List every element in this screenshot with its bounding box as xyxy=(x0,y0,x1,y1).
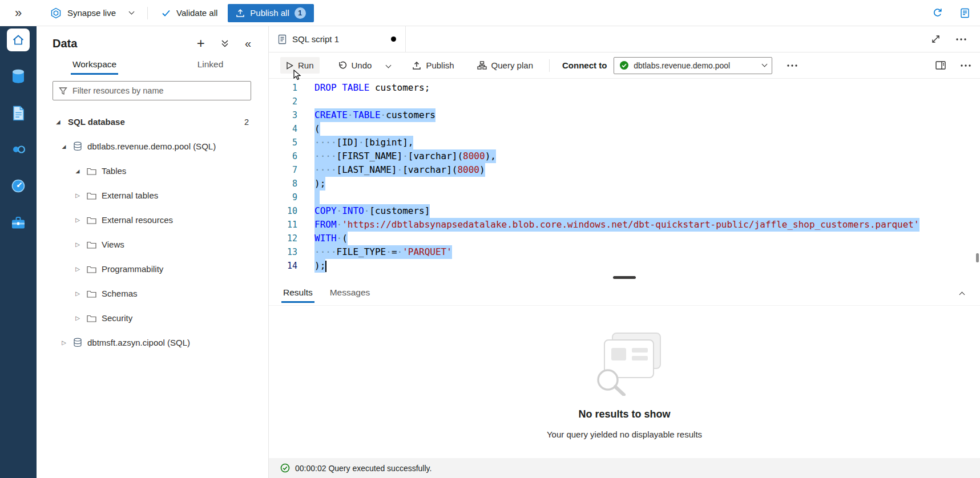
add-icon[interactable]: + xyxy=(197,37,205,50)
twisty-collapsed-icon[interactable]: ▷ xyxy=(59,339,68,346)
tab-sql-script-1[interactable]: SQL script 1 xyxy=(269,26,406,52)
editor-scrollbar[interactable] xyxy=(976,253,979,262)
twisty-collapsed-icon[interactable]: ▷ xyxy=(73,192,82,199)
success-check-icon xyxy=(280,463,290,473)
topbar-right-actions xyxy=(932,7,970,18)
line-number: 12 xyxy=(269,232,297,245)
tree-item[interactable]: ▷Programmability xyxy=(37,257,268,281)
tree-item-label: Views xyxy=(102,240,124,249)
splitter-handle[interactable] xyxy=(613,276,636,279)
tree-item[interactable]: ◢Tables xyxy=(37,159,268,183)
twisty-expanded-icon[interactable]: ◢ xyxy=(54,119,63,125)
filter-resources-input[interactable] xyxy=(72,86,245,95)
toolbar-more-icon[interactable] xyxy=(787,64,797,67)
query-plan-button[interactable]: Query plan xyxy=(471,57,539,74)
validate-all-button[interactable]: Validate all xyxy=(162,8,217,18)
twisty-collapsed-icon[interactable]: ▷ xyxy=(73,315,82,321)
tab-messages[interactable]: Messages xyxy=(321,279,379,305)
line-number: 8 xyxy=(269,177,297,191)
more-icon[interactable] xyxy=(956,38,966,40)
integrate-icon[interactable] xyxy=(7,138,30,161)
pool-select-dropdown[interactable]: dbtlabs.revenue.demo.pool xyxy=(614,57,772,74)
twisty-collapsed-icon[interactable]: ▷ xyxy=(73,266,82,272)
undo-dropdown-chevron-icon[interactable] xyxy=(383,56,394,75)
editor-tabbar: SQL script 1 xyxy=(269,26,980,52)
tab-workspace[interactable]: Workspace xyxy=(37,51,152,78)
code-line[interactable]: 12WITH·( xyxy=(269,232,980,245)
clipboard-icon[interactable] xyxy=(960,8,970,18)
publish-count-badge: 1 xyxy=(295,7,306,19)
editor-tab-title: SQL script 1 xyxy=(292,34,339,44)
code-line[interactable]: 13····FILE_TYPE·=·'PARQUET' xyxy=(269,245,980,259)
line-number: 3 xyxy=(269,108,297,122)
tree-item[interactable]: ▷dbtmsft.azsyn.cipool (SQL) xyxy=(37,330,268,355)
line-number: 6 xyxy=(269,149,297,163)
home-icon[interactable] xyxy=(7,29,30,51)
tree-item[interactable]: ◢SQL database2 xyxy=(37,110,268,134)
tree-item[interactable]: ▷Schemas xyxy=(37,281,268,306)
tree-item[interactable]: ▷Views xyxy=(37,232,268,257)
double-chevron-right-icon[interactable]: » xyxy=(0,7,37,19)
toolbar-right-actions xyxy=(935,61,980,70)
data-panel-header: Data + « xyxy=(37,26,268,50)
manage-icon[interactable] xyxy=(7,211,30,234)
undo-button[interactable]: Undo xyxy=(332,57,378,74)
code-line[interactable]: 2 xyxy=(269,95,980,108)
develop-icon[interactable] xyxy=(7,102,30,124)
publish-all-button[interactable]: Publish all 1 xyxy=(228,4,313,22)
tree-item[interactable]: ▷Security xyxy=(37,306,268,330)
tree-item[interactable]: ▷External resources xyxy=(37,208,268,232)
code-line[interactable]: 9 xyxy=(269,191,980,204)
code-editor[interactable]: 1DROP TABLE customers;23CREATE·TABLE·cus… xyxy=(269,79,980,275)
code-line[interactable]: 3CREATE·TABLE·customers xyxy=(269,108,980,122)
tree-item[interactable]: ◢dbtlabs.revenue.demo.pool (SQL) xyxy=(37,134,268,159)
tree-item-label: Tables xyxy=(102,166,126,176)
more-icon[interactable] xyxy=(961,64,971,67)
line-number: 4 xyxy=(269,122,297,136)
expand-all-icon[interactable] xyxy=(221,39,229,48)
validate-label: Validate all xyxy=(176,8,217,18)
top-command-bar: » Synapse live Validate all Publish all … xyxy=(0,0,980,26)
connect-to-label: Connect to xyxy=(562,60,607,70)
twisty-collapsed-icon[interactable]: ▷ xyxy=(73,290,82,297)
synapse-live-selector[interactable]: Synapse live xyxy=(50,7,134,19)
code-line[interactable]: 1DROP TABLE customers; xyxy=(269,81,980,95)
folder-icon xyxy=(87,314,96,322)
code-line[interactable]: 7····[LAST_NAME]·[varchar](8000) xyxy=(269,163,980,177)
code-line[interactable]: 14); xyxy=(269,259,980,273)
chevron-up-icon[interactable] xyxy=(960,287,980,298)
twisty-collapsed-icon[interactable]: ▷ xyxy=(73,217,82,223)
twisty-expanded-icon[interactable]: ◢ xyxy=(59,144,68,149)
publish-button[interactable]: Publish xyxy=(406,57,459,74)
code-line[interactable]: 10COPY·INTO·[customers] xyxy=(269,204,980,218)
publish-upload-icon xyxy=(236,9,245,18)
tab-results[interactable]: Results xyxy=(275,279,321,305)
results-tabbar: Results Messages xyxy=(269,279,980,306)
expand-editor-icon[interactable] xyxy=(931,35,940,43)
tab-linked[interactable]: Linked xyxy=(152,51,268,78)
run-label: Run xyxy=(298,60,314,70)
filter-icon xyxy=(59,87,67,95)
tree-item[interactable]: ▷External tables xyxy=(37,183,268,208)
editor-results-splitter xyxy=(269,275,980,279)
twisty-collapsed-icon[interactable]: ▷ xyxy=(73,241,82,248)
monitor-icon[interactable] xyxy=(7,175,30,197)
tab-label: Results xyxy=(283,287,313,298)
properties-icon[interactable] xyxy=(935,61,946,70)
code-line[interactable]: 5····[ID]·[bigint], xyxy=(269,136,980,149)
line-number: 10 xyxy=(269,204,297,218)
code-line[interactable]: 8); xyxy=(269,177,980,191)
undo-label: Undo xyxy=(352,60,372,70)
synapse-logo-icon xyxy=(50,7,62,19)
code-line[interactable]: 6····[FIRST_NAME]·[varchar](8000), xyxy=(269,149,980,163)
code-line[interactable]: 4( xyxy=(269,122,980,136)
refresh-icon[interactable] xyxy=(932,7,943,18)
data-icon[interactable] xyxy=(7,65,30,88)
code-line[interactable]: 11FROM·'https://dbtlabsynapsedatalake.bl… xyxy=(269,218,980,232)
chevron-down-icon xyxy=(129,9,135,15)
run-button[interactable]: Run xyxy=(280,57,320,74)
tree-item-label: Programmability xyxy=(102,264,163,274)
divider xyxy=(147,7,148,19)
collapse-panel-icon[interactable]: « xyxy=(245,38,251,49)
twisty-expanded-icon[interactable]: ◢ xyxy=(73,168,82,174)
